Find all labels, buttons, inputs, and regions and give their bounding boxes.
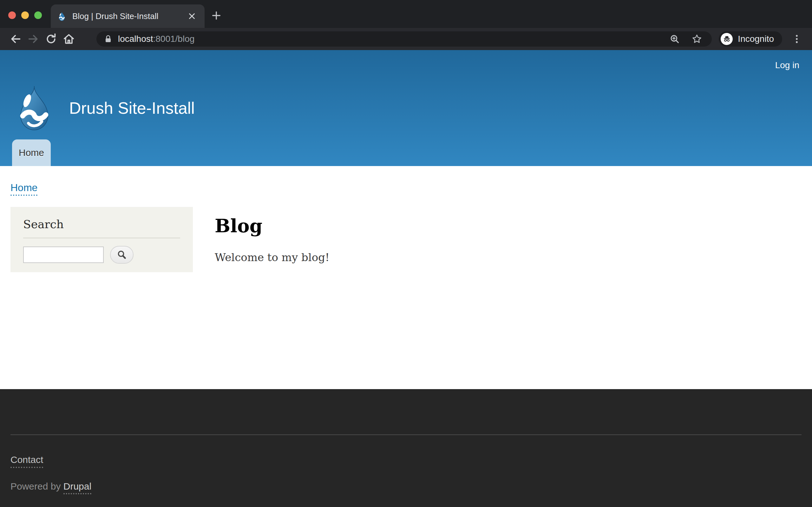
reload-button[interactable] <box>44 32 58 46</box>
forward-icon <box>27 33 40 45</box>
search-input[interactable] <box>23 246 104 263</box>
search-submit-button[interactable] <box>110 246 134 264</box>
search-block: Search <box>10 207 193 272</box>
incognito-label: Incognito <box>738 34 774 44</box>
site-name-link[interactable]: Drush Site-Install <box>69 99 195 118</box>
close-icon <box>188 12 196 20</box>
home-icon <box>62 33 75 45</box>
breadcrumb-home-link[interactable]: Home <box>10 182 38 196</box>
tab-strip: Blog | Drush Site-Install <box>0 0 812 28</box>
url-host: localhost <box>118 34 153 44</box>
search-block-divider <box>23 238 180 238</box>
powered-by-prefix: Powered by <box>10 481 63 492</box>
drupal-favicon-icon <box>57 11 67 21</box>
menu-button[interactable] <box>790 32 804 46</box>
url-path: :8001/blog <box>153 34 195 44</box>
footer-contact-link[interactable]: Contact <box>10 454 43 468</box>
search-block-title: Search <box>23 218 180 231</box>
forward-button[interactable] <box>26 32 41 46</box>
zoom-button[interactable] <box>34 11 42 19</box>
page-body-text: Welcome to my blog! <box>215 251 329 264</box>
page-content: Blog Welcome to my blog! <box>215 216 329 264</box>
footer-divider <box>10 435 802 435</box>
reload-icon <box>45 33 57 45</box>
bookmark-star-icon[interactable] <box>692 34 702 44</box>
page-title: Blog <box>215 216 329 236</box>
back-icon <box>9 33 22 45</box>
plus-icon <box>211 10 222 21</box>
new-tab-button[interactable] <box>209 8 224 23</box>
search-icon <box>117 250 127 260</box>
back-button[interactable] <box>8 32 23 46</box>
url-bar[interactable]: localhost:8001/blog <box>96 32 712 47</box>
omnibox-actions <box>669 34 704 44</box>
powered-by: Powered by Drupal <box>10 481 91 492</box>
zoom-in-icon[interactable] <box>669 34 680 44</box>
close-button[interactable] <box>8 11 16 19</box>
browser-toolbar: localhost:8001/blog <box>0 28 812 50</box>
drupal-logo-icon[interactable] <box>13 86 55 130</box>
minimize-button[interactable] <box>21 11 29 19</box>
tab-title: Blog | Drush Site-Install <box>72 11 158 21</box>
browser-chrome: Blog | Drush Site-Install <box>0 0 812 50</box>
site-footer: Contact Powered by Drupal <box>0 389 812 507</box>
breadcrumb: Home <box>10 182 38 193</box>
url-text: localhost:8001/blog <box>118 34 194 44</box>
incognito-badge: Incognito <box>719 32 782 47</box>
incognito-spy-icon <box>721 33 733 45</box>
lock-icon[interactable] <box>104 35 112 43</box>
main-menu-tab-home[interactable]: Home <box>12 139 51 166</box>
site-branding: Drush Site-Install <box>13 86 195 130</box>
login-link[interactable]: Log in <box>775 60 799 70</box>
search-form <box>23 246 180 264</box>
drupal-link[interactable]: Drupal <box>63 481 91 494</box>
main-content-area: Home Search Blog Welcome to my blog! <box>0 166 812 389</box>
browser-tab[interactable]: Blog | Drush Site-Install <box>51 4 205 28</box>
home-button[interactable] <box>61 32 76 46</box>
tab-close-button[interactable] <box>186 10 198 22</box>
site-header: Log in Drush Site-Install Home <box>0 50 812 166</box>
window-controls <box>8 11 42 19</box>
menu-dots-icon <box>792 34 802 44</box>
